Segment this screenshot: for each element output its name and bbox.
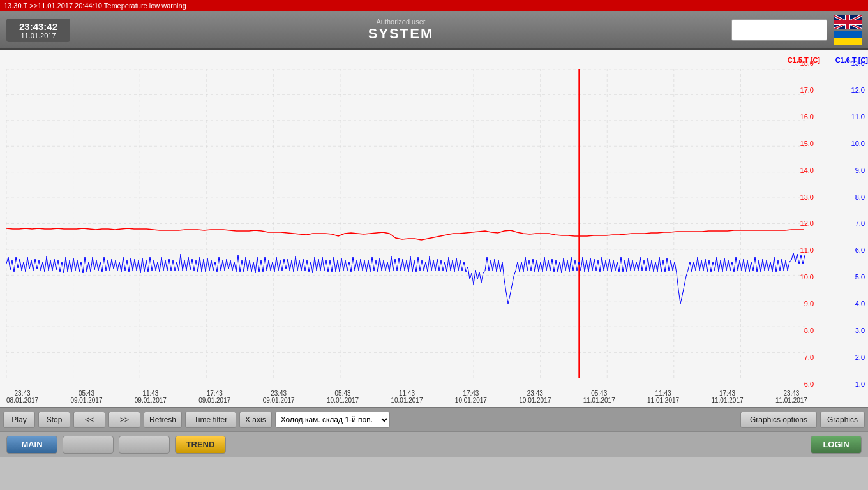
y-left-val-3: 16.0 <box>800 113 814 121</box>
forward-button[interactable]: >> <box>108 412 140 428</box>
y-left-val-2: 17.0 <box>800 86 814 94</box>
x-label-1: 05:4309.01.2017 <box>70 390 102 404</box>
ua-flag-icon <box>834 31 862 45</box>
blue-line <box>6 253 805 304</box>
svg-rect-8 <box>834 20 862 24</box>
y-left-val-10: 9.0 <box>804 300 814 308</box>
x-label-0: 23:4308.01.2017 <box>6 390 38 404</box>
x-label-6: 11:4310.01.2017 <box>391 390 423 404</box>
system-name: SYSTEM <box>70 26 731 42</box>
x-label-10: 11:4311.01.2017 <box>647 390 679 404</box>
y-right-val-11: 3.0 <box>855 327 865 334</box>
y-right-val-13: 1.0 <box>855 380 865 388</box>
x-label-5: 05:4310.01.2017 <box>327 390 359 404</box>
x-label-12: 23:4311.01.2017 <box>775 390 807 404</box>
y-left-val-5: 14.0 <box>800 167 814 174</box>
toolbar: Play Stop << >> Refresh Time filter X ax… <box>0 407 868 431</box>
y-left-val-12: 7.0 <box>804 353 814 361</box>
time-filter-button[interactable]: Time filter <box>185 412 236 428</box>
y-left-val-1: 18.0 <box>800 59 814 67</box>
y-left-val-8: 11.0 <box>800 246 814 254</box>
red-line <box>6 228 804 240</box>
y-left-val-9: 10.0 <box>800 273 814 281</box>
x-label-4: 23:4309.01.2017 <box>263 390 295 404</box>
current-date: 11.01.2017 <box>13 32 64 40</box>
y-right-val-5: 9.0 <box>855 167 865 174</box>
y-left-val-11: 8.0 <box>804 327 814 334</box>
flag-box <box>834 15 862 45</box>
y-left-val-4: 15.0 <box>800 140 814 147</box>
x-label-2: 11:4309.01.2017 <box>135 390 167 404</box>
back-button[interactable]: << <box>73 412 105 428</box>
alert-bar: 13.30.T >>11.01.2017 20:44:10 Temeperatu… <box>0 0 868 11</box>
chart-svg <box>6 69 807 378</box>
x-label-11: 17:4311.01.2017 <box>711 390 743 404</box>
y-axis-right: 13.0 12.0 11.0 10.0 9.0 8.0 7.0 6.0 5.0 … <box>839 59 865 388</box>
login-nav-button[interactable]: LOGIN <box>811 436 862 454</box>
current-time: 23:43:42 <box>13 21 64 32</box>
channel-select[interactable]: Холод.кам. склад 1-й пов. <box>275 412 390 428</box>
y-right-val-4: 10.0 <box>851 140 865 147</box>
main-nav-button[interactable]: MAIN <box>6 436 57 454</box>
nav-btn-2[interactable] <box>63 436 114 454</box>
y-left-val-7: 12.0 <box>800 219 814 227</box>
time-box: 23:43:42 11.01.2017 <box>6 19 70 42</box>
y-right-val-8: 6.0 <box>855 246 865 254</box>
y-right-val-3: 11.0 <box>851 113 865 121</box>
system-label: Authorized user SYSTEM <box>70 18 731 42</box>
x-axis: 23:4308.01.2017 05:4309.01.2017 11:4309.… <box>6 390 807 404</box>
alert-text: 13.30.T >>11.01.2017 20:44:10 Temeperatu… <box>4 2 186 10</box>
y-right-val-10: 4.0 <box>855 300 865 308</box>
y-right-val-2: 12.0 <box>851 86 865 94</box>
x-label-3: 17:4309.01.2017 <box>198 390 230 404</box>
y-right-val-12: 2.0 <box>855 353 865 361</box>
uk-flag-icon <box>834 15 862 29</box>
y-axis-left: 18.0 17.0 16.0 15.0 14.0 13.0 12.0 11.0 … <box>785 59 814 388</box>
trend-nav-button[interactable]: TREND <box>175 436 226 454</box>
play-button[interactable]: Play <box>3 412 35 428</box>
nav-btn-3[interactable] <box>119 436 170 454</box>
graphics-button[interactable]: Graphics <box>820 412 865 428</box>
x-label-8: 23:4310.01.2017 <box>519 390 551 404</box>
chart-container: C1.5.T [C] C1.6.T [C] <box>0 50 868 407</box>
y-right-val-6: 8.0 <box>855 193 865 201</box>
refresh-button[interactable]: Refresh <box>144 412 182 428</box>
header: 23:43:42 11.01.2017 Authorized user SYST… <box>0 11 868 50</box>
authorized-text: Authorized user <box>70 18 731 26</box>
y-right-val-9: 5.0 <box>855 273 865 281</box>
y-left-val-6: 13.0 <box>800 193 814 201</box>
nav-bar: MAIN TREND LOGIN <box>0 431 868 457</box>
search-box[interactable] <box>731 19 827 41</box>
y-left-val-13: 6.0 <box>804 380 814 388</box>
x-label-9: 05:4311.01.2017 <box>583 390 615 404</box>
x-label-7: 17:4310.01.2017 <box>455 390 487 404</box>
stop-button[interactable]: Stop <box>38 412 70 428</box>
graphics-options-button[interactable]: Graphics options <box>740 412 817 428</box>
y-right-val-7: 7.0 <box>855 219 865 227</box>
y-right-val-1: 13.0 <box>851 59 865 67</box>
x-axis-button[interactable]: X axis <box>239 412 272 428</box>
